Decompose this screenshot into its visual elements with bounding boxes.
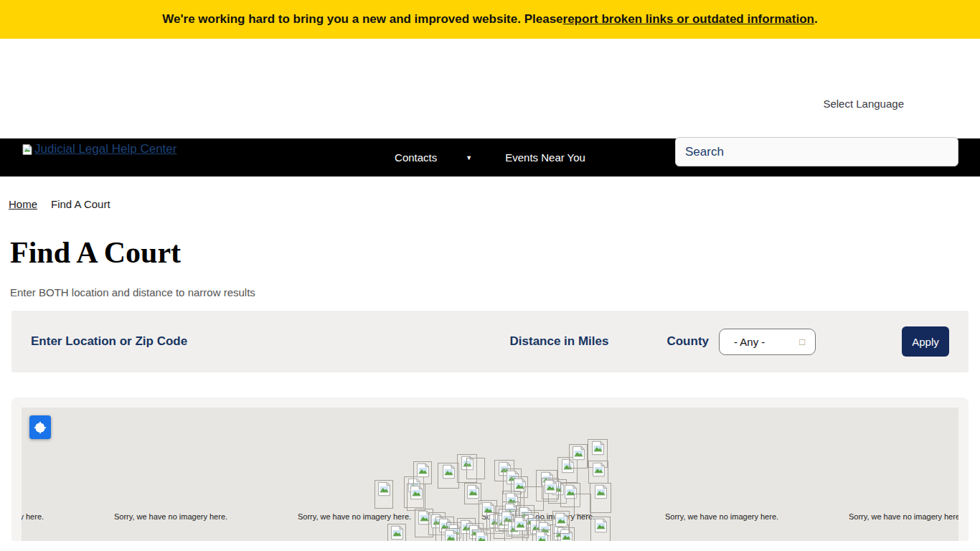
chevron-down-icon[interactable]: ▼ (466, 154, 472, 161)
map-marker[interactable] (387, 524, 406, 541)
county-label: County (666, 334, 709, 349)
apply-button[interactable]: Apply (902, 326, 949, 357)
broken-image-icon (593, 484, 608, 499)
breadcrumb-home-link[interactable]: Home (9, 198, 37, 210)
page-subtitle: Enter BOTH location and distance to narr… (10, 286, 980, 298)
map-marker[interactable] (441, 528, 460, 541)
broken-image-icon (443, 529, 458, 541)
map-wrapper: Sorry, we have no imagery here.Sorry, we… (11, 397, 969, 541)
broken-image-icon (22, 143, 33, 156)
broken-image-icon (543, 479, 558, 494)
court-filter-bar: Enter Location or Zip Code Distance in M… (11, 311, 969, 372)
map-marker[interactable] (472, 529, 491, 541)
map-marker[interactable] (466, 458, 485, 479)
location-label: Enter Location or Zip Code (31, 334, 510, 349)
site-logo-link[interactable]: Judicial Legal Help Center (22, 142, 176, 156)
map-canvas[interactable]: Sorry, we have no imagery here.Sorry, we… (22, 408, 958, 541)
map-marker[interactable] (374, 480, 393, 509)
nav-item-label: Contacts (395, 151, 437, 164)
nav-item-events-near-you[interactable]: Events Near You (505, 151, 585, 164)
crosshair-locate-icon (33, 420, 47, 435)
county-select[interactable]: - Any - □ (719, 329, 816, 355)
map-marker[interactable] (542, 478, 559, 499)
broken-image-icon (466, 484, 481, 499)
broken-image-icon (591, 462, 606, 477)
banner-text: We're working hard to bring you a new an… (162, 12, 562, 27)
broken-image-icon (593, 518, 608, 533)
my-location-button[interactable] (29, 415, 51, 439)
nav-item-contacts[interactable]: Contacts ▼ (395, 151, 472, 164)
map-marker[interactable] (588, 461, 608, 484)
broken-image-icon (554, 512, 569, 527)
broken-image-icon (441, 464, 456, 479)
broken-image-icon (534, 531, 550, 541)
map-marker[interactable] (532, 529, 551, 541)
map-marker[interactable] (569, 444, 588, 468)
map-marker[interactable] (552, 511, 570, 534)
nav-item-label: Events Near You (505, 151, 585, 164)
no-imagery-label: Sorry, we have no imagery here. (22, 512, 44, 521)
no-imagery-label: Sorry, we have no imagery here. (665, 512, 778, 521)
map-marker[interactable] (574, 494, 591, 515)
page-title: Find A Court (10, 237, 980, 268)
no-imagery-label: Sorry, we have no imagery here. (849, 512, 958, 521)
report-broken-links-link[interactable]: report broken links or outdated informat… (563, 12, 814, 27)
broken-image-icon (415, 463, 430, 478)
announcement-banner: We're working hard to bring you a new an… (0, 0, 980, 39)
broken-image-icon (474, 531, 489, 541)
map-marker[interactable] (512, 515, 529, 538)
map-marker[interactable] (590, 483, 611, 513)
no-imagery-label: Sorry, we have no imagery here. (114, 512, 227, 521)
search-input[interactable] (675, 137, 958, 166)
dropdown-glyph-icon: □ (799, 336, 805, 347)
broken-image-icon (571, 446, 586, 461)
breadcrumb-current: Find A Court (51, 198, 110, 210)
broken-image-icon (409, 485, 424, 500)
county-select-value: - Any - (734, 336, 765, 348)
no-imagery-label: Sorry, we have no imagery here. (298, 512, 411, 521)
map-marker[interactable] (438, 463, 459, 489)
language-selector[interactable]: Select Language (823, 98, 904, 110)
banner-text-period: . (814, 12, 818, 27)
breadcrumb: Home Find A Court (0, 176, 980, 210)
map-marker[interactable] (590, 517, 611, 541)
site-header: Select Language Judicial Legal Help Cent… (0, 39, 980, 138)
map-marker[interactable] (413, 461, 432, 484)
broken-image-icon (513, 517, 528, 532)
broken-image-icon (377, 481, 392, 496)
broken-image-icon (590, 441, 606, 456)
map-marker[interactable] (407, 484, 425, 511)
site-logo-text: Judicial Legal Help Center (34, 142, 176, 156)
distance-label: Distance in Miles (510, 334, 609, 349)
broken-image-icon (390, 525, 405, 540)
